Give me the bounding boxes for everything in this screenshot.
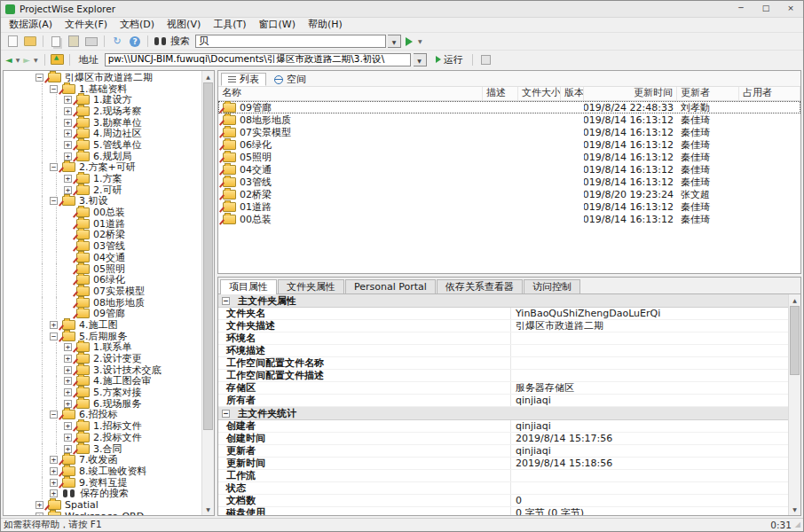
copy-button[interactable]	[48, 34, 64, 49]
back-history-dropdown-icon[interactable]: ▼	[16, 57, 20, 63]
list-row[interactable]: 02桥梁2019/8/20 19:23:24张文超	[218, 188, 800, 200]
expand-icon[interactable]: +	[64, 422, 72, 430]
scroll-up-icon[interactable]: ▲	[789, 294, 800, 306]
menu-item-tools[interactable]: 工具(T)	[207, 18, 252, 32]
refresh-button[interactable]: ↻	[109, 34, 125, 49]
column-header-occupant[interactable]: 占用者	[739, 87, 800, 100]
column-header-name[interactable]: 名称	[218, 87, 483, 100]
address-dropdown-button[interactable]: ▼	[414, 53, 427, 66]
menu-item-view[interactable]: 视图(V)	[161, 18, 207, 32]
help-button[interactable]: ?	[127, 34, 143, 49]
menu-item-window[interactable]: 窗口(W)	[253, 18, 302, 32]
address-input[interactable]	[105, 53, 411, 66]
menu-item-datasource[interactable]: 数据源(A)	[3, 18, 59, 32]
tree-scrollbar[interactable]: ▲ ▼	[201, 71, 214, 515]
tab-project-properties[interactable]: 项目属性	[220, 279, 277, 294]
expand-icon[interactable]: +	[50, 321, 58, 329]
tab-list-view[interactable]: 列表	[221, 73, 266, 86]
print-button[interactable]	[83, 34, 99, 49]
column-header-filesize[interactable]: 文件大小	[518, 87, 561, 100]
expand-icon[interactable]: +	[64, 388, 72, 396]
maximize-button[interactable]: □	[753, 1, 778, 17]
collapse-icon[interactable]: −	[222, 297, 230, 305]
expand-icon[interactable]: +	[64, 153, 72, 160]
list-row[interactable]: 03管线2019/8/14 16:13:12秦佳琦	[218, 176, 800, 188]
forward-history-dropdown-icon[interactable]: ▼	[34, 57, 38, 63]
expand-icon[interactable]: +	[50, 456, 58, 464]
forward-button[interactable]: ►	[23, 52, 30, 67]
expand-icon[interactable]: +	[50, 467, 58, 475]
new-document-button[interactable]	[4, 34, 20, 49]
expand-icon[interactable]: +	[64, 377, 72, 385]
tree-item[interactable]: +Workspace-ORD	[4, 511, 201, 515]
scroll-down-icon[interactable]: ▼	[789, 504, 800, 515]
run-search-button[interactable]	[406, 37, 413, 46]
expand-icon[interactable]: +	[50, 489, 58, 497]
expand-icon[interactable]: +	[64, 366, 72, 374]
up-one-level-button[interactable]	[51, 54, 64, 65]
collapse-icon[interactable]: −	[50, 197, 58, 205]
expand-icon[interactable]: +	[64, 445, 72, 453]
expand-icon[interactable]: +	[64, 96, 72, 104]
column-header-updater[interactable]: 更新者	[677, 87, 739, 100]
open-button[interactable]	[22, 34, 38, 49]
list-row[interactable]: 06绿化2019/8/14 16:13:12秦佳琦	[218, 138, 800, 151]
menu-item-document[interactable]: 文档(D)	[114, 18, 161, 32]
scrollbar-thumb[interactable]	[790, 306, 800, 375]
property-section[interactable]: −主文件夹属性	[218, 294, 788, 308]
tab-spatial-view[interactable]: 空间	[268, 73, 312, 86]
list-row[interactable]: 01道路2019/8/14 16:13:12秦佳琦	[218, 200, 800, 213]
expand-icon[interactable]: +	[35, 501, 43, 509]
scrollbar-track[interactable]	[789, 306, 800, 504]
expand-icon[interactable]: +	[64, 107, 72, 115]
search-input[interactable]	[195, 35, 386, 48]
tree-item[interactable]: +保存的搜索	[4, 488, 201, 499]
scroll-up-icon[interactable]: ▲	[202, 71, 214, 82]
collapse-icon[interactable]: −	[50, 332, 58, 340]
expand-icon[interactable]: +	[64, 129, 72, 137]
properties-scrollbar[interactable]: ▲ ▼	[788, 294, 800, 515]
menu-item-folder[interactable]: 文件夹(F)	[59, 18, 114, 32]
tab-dependency-viewer[interactable]: 依存关系查看器	[437, 279, 523, 293]
tab-access-control[interactable]: 访问控制	[524, 279, 580, 293]
expand-icon[interactable]: +	[50, 479, 58, 487]
collapse-icon[interactable]: −	[35, 74, 43, 82]
collapse-icon[interactable]: −	[50, 411, 58, 419]
column-header-version[interactable]: 版本	[561, 87, 584, 100]
expand-icon[interactable]: +	[35, 512, 43, 515]
minimize-button[interactable]: ─	[729, 1, 753, 17]
expand-icon[interactable]: +	[64, 355, 72, 363]
collapse-icon[interactable]: −	[222, 410, 230, 418]
scroll-down-icon[interactable]: ▼	[202, 504, 214, 515]
expand-icon[interactable]: +	[64, 141, 72, 149]
paste-button[interactable]	[66, 34, 82, 49]
list-row[interactable]: 00总装2019/8/14 16:13:12秦佳琦	[218, 213, 800, 225]
close-button[interactable]: ×	[778, 1, 803, 17]
list-row[interactable]: 07实景模型2019/8/14 16:13:12秦佳琦	[218, 126, 800, 138]
search-dropdown-button[interactable]: ▼	[388, 35, 401, 48]
list-row[interactable]: 09管廊2019/8/24 22:48:33刘孝勤	[218, 101, 800, 113]
collapse-icon[interactable]: −	[50, 163, 58, 171]
back-button[interactable]: ◄	[5, 52, 12, 67]
expand-icon[interactable]: +	[64, 186, 72, 194]
collapse-icon[interactable]: −	[50, 85, 58, 93]
list-row[interactable]: 08地形地质2019/8/14 16:13:12秦佳琦	[218, 113, 800, 126]
tree-item[interactable]: +Spatial	[4, 499, 201, 511]
stop-button[interactable]	[478, 52, 494, 67]
expand-icon[interactable]: +	[64, 343, 72, 351]
expand-icon[interactable]: +	[64, 434, 72, 442]
tab-personal-portal[interactable]: Personal Portal	[345, 279, 436, 293]
list-row[interactable]: 04交通2019/8/14 16:13:12秦佳琦	[218, 163, 800, 176]
search-options-caret-icon[interactable]: ▼	[418, 38, 422, 44]
resize-grip[interactable]: ◢	[795, 519, 800, 531]
scrollbar-thumb[interactable]	[203, 82, 213, 430]
tab-folder-properties[interactable]: 文件夹属性	[278, 279, 344, 293]
column-header-description[interactable]: 描述	[483, 87, 518, 100]
expand-icon[interactable]: +	[64, 175, 72, 183]
expand-icon[interactable]: +	[64, 119, 72, 127]
run-button[interactable]: 运行	[430, 52, 467, 67]
scrollbar-track[interactable]	[202, 82, 214, 504]
list-row[interactable]: 05照明2019/8/14 16:13:12秦佳琦	[218, 151, 800, 163]
property-section[interactable]: −主文件夹统计	[218, 407, 788, 420]
column-header-updated[interactable]: 更新时间	[584, 87, 677, 100]
